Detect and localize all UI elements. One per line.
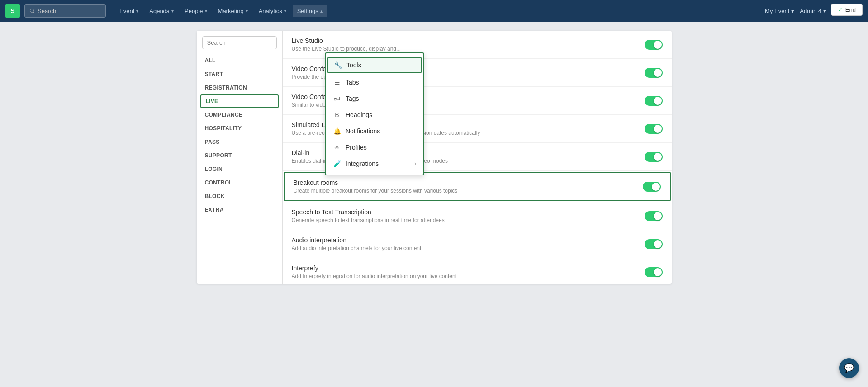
- feature-title: Speech to Text Transcription: [292, 208, 637, 216]
- dropdown-item-tools[interactable]: 🔧 Tools: [327, 57, 422, 73]
- sidebar-search-input[interactable]: [202, 36, 277, 49]
- nav-analytics-arrow: ▾: [284, 9, 286, 14]
- feature-row: Audio interpretation Add audio interpret…: [283, 230, 672, 258]
- dropdown-item-label: Integrations: [346, 160, 379, 167]
- sidebar-item-compliance[interactable]: COMPLIANCE: [197, 108, 282, 122]
- nav-agenda-arrow: ▾: [171, 9, 174, 14]
- dropdown-item-label: Notifications: [346, 127, 380, 135]
- settings-dropdown: 🔧 Tools ☰ Tabs 🏷 Tags B Headings 🔔 Notif…: [325, 52, 424, 175]
- nav-search[interactable]: Search: [24, 4, 106, 18]
- feature-title: Interprefy: [292, 264, 637, 272]
- svg-point-0: [30, 9, 34, 13]
- feature-desc: Add Interprefy integration for audio int…: [292, 273, 637, 279]
- sidebar-item-block[interactable]: BLOCK: [197, 189, 282, 203]
- my-event-arrow: ▾: [791, 8, 794, 14]
- nav-people[interactable]: People ▾: [180, 5, 211, 17]
- feature-toggle[interactable]: [645, 96, 663, 106]
- feature-row: Interprefy Add Interprefy integration fo…: [283, 258, 672, 284]
- dropdown-item-label: Profiles: [346, 144, 367, 151]
- dropdown-item-headings[interactable]: B Headings: [326, 107, 423, 123]
- profiles-icon: ✳: [333, 144, 341, 151]
- top-nav: S Search Event ▾ Agenda ▾ People ▾ Marke…: [0, 0, 868, 22]
- nav-marketing[interactable]: Marketing ▾: [213, 5, 252, 17]
- end-check-icon: ✓: [838, 6, 843, 13]
- dropdown-item-label: Tools: [346, 61, 361, 69]
- dropdown-item-notifications[interactable]: 🔔 Notifications: [326, 123, 423, 139]
- feature-toggle[interactable]: [645, 267, 663, 277]
- sidebar-item-all[interactable]: ALL: [197, 54, 282, 67]
- sidebar-item-extra[interactable]: EXTRA: [197, 203, 282, 217]
- admin-arrow: ▾: [823, 8, 826, 14]
- end-label: End: [845, 6, 856, 13]
- end-button[interactable]: ✓ End: [831, 4, 863, 16]
- feature-row: Breakout rooms Create multiple breakout …: [284, 172, 671, 201]
- nav-event[interactable]: Event ▾: [115, 5, 143, 17]
- feature-toggle[interactable]: [645, 68, 663, 78]
- dropdown-item-profiles[interactable]: ✳ Profiles: [326, 139, 423, 156]
- sidebar-item-support[interactable]: SUPPORT: [197, 149, 282, 162]
- submenu-arrow-icon: ›: [414, 160, 416, 167]
- nav-analytics[interactable]: Analytics ▾: [254, 5, 291, 17]
- left-sidebar: ALL START REGISTRATION LIVE COMPLIANCE H…: [197, 31, 283, 284]
- feature-desc: Add audio interpretation channels for yo…: [292, 245, 637, 251]
- integrations-icon: 🧪: [333, 160, 341, 167]
- dropdown-item-label: Headings: [346, 111, 372, 118]
- nav-settings-arrow: ▴: [320, 9, 323, 14]
- sidebar-item-registration[interactable]: REGISTRATION: [197, 81, 282, 94]
- feature-title: Breakout rooms: [294, 179, 636, 186]
- nav-people-arrow: ▾: [205, 9, 207, 14]
- feature-row: Speech to Text Transcription Generate sp…: [283, 202, 672, 230]
- sidebar-item-control[interactable]: CONTROL: [197, 176, 282, 189]
- feature-toggle[interactable]: [643, 182, 661, 192]
- feature-toggle[interactable]: [645, 152, 663, 162]
- content-area: ALL START REGISTRATION LIVE COMPLIANCE H…: [0, 22, 868, 387]
- svg-line-1: [33, 12, 34, 13]
- app-logo: S: [5, 4, 20, 18]
- nav-event-arrow: ▾: [136, 9, 138, 14]
- feature-desc: Generate speech to text transcriptions i…: [292, 217, 637, 223]
- feature-info: Breakout rooms Create multiple breakout …: [294, 179, 636, 194]
- feature-title: Live Studio: [292, 37, 637, 44]
- feature-toggle[interactable]: [645, 40, 663, 50]
- dropdown-item-tabs[interactable]: ☰ Tabs: [326, 74, 423, 90]
- feature-toggle[interactable]: [645, 211, 663, 221]
- feature-info: Interprefy Add Interprefy integration fo…: [292, 264, 637, 279]
- feature-info: Live Studio Use the Live Studio to produ…: [292, 37, 637, 52]
- dropdown-item-integrations[interactable]: 🧪 Integrations ›: [326, 156, 423, 172]
- headings-icon: B: [333, 111, 341, 118]
- feature-title: Audio interpretation: [292, 236, 637, 244]
- feature-toggle[interactable]: [645, 239, 663, 249]
- feature-info: Audio interpretation Add audio interpret…: [292, 236, 637, 251]
- nav-admin[interactable]: Admin 4 ▾: [800, 8, 826, 14]
- nav-search-label: Search: [38, 8, 56, 14]
- sidebar-item-login[interactable]: LOGIN: [197, 162, 282, 176]
- notifications-icon: 🔔: [333, 127, 341, 135]
- tabs-icon: ☰: [333, 79, 341, 86]
- sidebar-item-live[interactable]: LIVE: [200, 94, 279, 108]
- feature-toggle[interactable]: [645, 124, 663, 134]
- dropdown-item-tags[interactable]: 🏷 Tags: [326, 90, 423, 107]
- dropdown-item-label: Tabs: [346, 79, 359, 86]
- tools-icon: 🔧: [334, 61, 342, 69]
- nav-agenda[interactable]: Agenda ▾: [145, 5, 178, 17]
- nav-marketing-arrow: ▾: [246, 9, 248, 14]
- search-icon: [29, 8, 35, 14]
- feature-desc: Use the Live Studio to produce, display …: [292, 46, 637, 52]
- nav-right: My Event ▾ Admin 4 ▾ 📢 🔔 ✓ End: [765, 5, 863, 17]
- chat-button[interactable]: 💬: [839, 358, 859, 378]
- nav-my-event[interactable]: My Event ▾: [765, 8, 794, 14]
- tags-icon: 🏷: [333, 95, 341, 102]
- nav-items: Event ▾ Agenda ▾ People ▾ Marketing ▾ An…: [115, 5, 765, 17]
- sidebar-item-start[interactable]: START: [197, 67, 282, 81]
- sidebar-item-hospitality[interactable]: HOSPITALITY: [197, 122, 282, 135]
- sidebar-item-pass[interactable]: PASS: [197, 135, 282, 149]
- nav-settings[interactable]: Settings ▴: [293, 5, 327, 17]
- settings-panel: ALL START REGISTRATION LIVE COMPLIANCE H…: [197, 31, 672, 284]
- feature-info: Speech to Text Transcription Generate sp…: [292, 208, 637, 223]
- dropdown-item-label: Tags: [346, 95, 359, 102]
- feature-desc: Create multiple breakout rooms for your …: [294, 188, 636, 194]
